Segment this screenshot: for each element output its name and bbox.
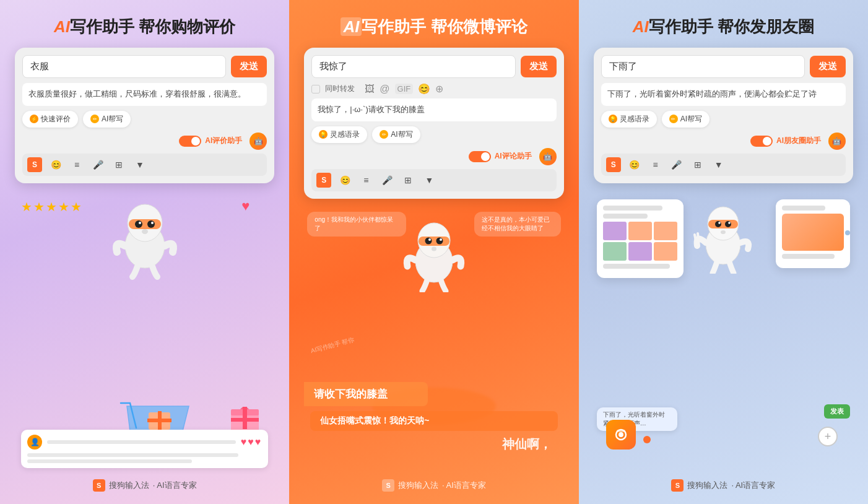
chat-bubble-1: ong！我和我的小伙伴都惊呆了 (307, 212, 406, 237)
kb-toolbar-3: S 😊 ≡ 🎤 ⊞ ▼ (601, 154, 846, 176)
card-cell-2 (628, 222, 652, 240)
input-row-1: 衣服 发送 (22, 55, 267, 78)
inspiration-btn-3[interactable]: 💡 灵感语录 (601, 111, 657, 128)
robot-avatar-1: 🤖 (250, 133, 267, 150)
search-input-3[interactable]: 下雨了 (601, 55, 805, 78)
svg-point-6 (151, 222, 154, 224)
send-button-2[interactable]: 发送 (521, 56, 557, 77)
robot-character-3 (692, 202, 754, 274)
ai-toggle-3[interactable] (750, 136, 773, 147)
illustration-2: ong！我和我的小伙伴都惊呆了 这不是真的，本小可爱已经不相信我的大眼睛了 请收… (304, 209, 563, 474)
card-grid (603, 222, 677, 261)
sogou-logo-1: S (93, 479, 105, 492)
grid-icon-1[interactable]: ⊞ (111, 157, 126, 172)
card-cell-6 (654, 242, 677, 261)
grid-icon-3[interactable]: ⊞ (690, 157, 705, 172)
svg-line-36 (698, 233, 698, 240)
robot-character-2 (400, 218, 468, 292)
review-hearts: ♥♥♥ (241, 437, 263, 448)
illustration-3: 下雨了，光听着窗外时 紧时疏的雨声… 发表 + (594, 193, 853, 474)
social-card-right-top (776, 199, 850, 268)
menu-icon-1[interactable]: ≡ (69, 157, 84, 172)
mic-icon-2[interactable]: 🎤 (380, 173, 394, 188)
review-card-1: 👤 ♥♥♥ (21, 430, 268, 468)
add-content-button[interactable]: + (818, 427, 838, 446)
svg-point-23 (436, 237, 443, 244)
sogou-icon-1[interactable]: S (27, 157, 42, 172)
keyboard-mock-2: 我惊了 发送 同时转发 🖼 @ GIF 😊 ⊕ 我惊了，|·ω·`)请收下我的膝… (304, 48, 563, 199)
menu-icon-3[interactable]: ≡ (648, 157, 663, 172)
card-cell-5 (628, 242, 652, 261)
quick-btns-2: 💡 灵感语录 ✏ AI帮写 (311, 126, 556, 143)
social-card-left (597, 199, 684, 278)
chevron-down-icon-2[interactable]: ▼ (422, 173, 436, 188)
sogou-icon-2[interactable]: S (316, 173, 331, 188)
inspiration-btn[interactable]: 💡 灵感语录 (311, 126, 367, 143)
chevron-down-icon-3[interactable]: ▼ (711, 157, 726, 172)
emoji-icon-3[interactable]: 😊 (627, 157, 642, 172)
output-text-1: 衣服质量很好，做工精细，尺码标准，穿着很舒服，很满意。 (22, 83, 267, 106)
quick-btns-1: ⚡ 快速评价 ✏ AI帮写 (22, 111, 267, 128)
ai-write-btn-2[interactable]: ✏ AI帮写 (372, 126, 420, 143)
mic-icon-1[interactable]: 🎤 (90, 157, 105, 172)
grid-icon-2[interactable]: ⊞ (401, 173, 415, 188)
emoji-icon-2[interactable]: 😊 (337, 173, 352, 188)
send-button-1[interactable]: 发送 (231, 56, 267, 77)
svg-point-22 (425, 237, 432, 244)
robot-avatar-3: 🤖 (828, 133, 846, 150)
illustration-1: ★★★★★ ♥ (15, 193, 274, 474)
sogou-logo-3: S (671, 479, 684, 492)
svg-rect-18 (231, 418, 259, 422)
image-icon[interactable]: 🖼 (365, 84, 375, 95)
search-input-1[interactable]: 衣服 (22, 55, 226, 78)
panel1-title: AI写作助手 帮你购物评价 (54, 17, 235, 37)
at-icon[interactable]: @ (380, 84, 389, 95)
review-icon: ⚡ (30, 115, 38, 123)
emoji-weibo-icon[interactable]: 😊 (418, 83, 430, 95)
card-cell-3 (654, 222, 677, 240)
output-text-3: 下雨了，光听着窗外时紧时疏的雨声，便满心都会贮足了诗 (601, 83, 846, 106)
sogou-icon-3[interactable]: S (606, 157, 621, 172)
svg-point-24 (428, 238, 431, 241)
kb-toolbar-2: S 😊 ≡ 🎤 ⊞ ▼ (311, 169, 556, 191)
panel2-title: AI写作助手 帮你微博评论 (341, 17, 527, 37)
weibo-checkbox[interactable] (311, 85, 320, 93)
quick-review-btn[interactable]: ⚡ 快速评价 (22, 111, 78, 128)
heart-float-1: ♥ (241, 198, 250, 214)
inspiration-icon-3: 💡 (609, 115, 617, 123)
ai-write-btn-1[interactable]: ✏ AI帮写 (83, 111, 131, 128)
send-button-3[interactable]: 发送 (810, 56, 846, 77)
plus-weibo-icon[interactable]: ⊕ (435, 83, 443, 95)
menu-icon-2[interactable]: ≡ (358, 173, 373, 188)
ai-badge-1: AI (54, 17, 70, 36)
mic-icon-3[interactable]: 🎤 (669, 157, 684, 172)
chevron-down-icon-1[interactable]: ▼ (132, 157, 147, 172)
input-row-2: 我惊了 发送 (311, 55, 556, 78)
post-button[interactable]: 发表 (824, 404, 850, 419)
svg-rect-29 (708, 220, 738, 228)
user-avatar-1: 👤 (27, 435, 42, 450)
ai-write-icon-2: ✏ (380, 130, 388, 139)
svg-point-31 (725, 221, 731, 227)
svg-point-4 (147, 220, 155, 228)
svg-point-34 (721, 230, 726, 234)
inspiration-icon: 💡 (319, 130, 328, 139)
panel3-title: AI写作助手 帮你发朋友圈 (633, 17, 814, 37)
card-image-large (782, 214, 844, 251)
gif-icon[interactable]: GIF (395, 84, 414, 94)
ai-toggle-1[interactable] (179, 136, 201, 147)
ribbon-1: 请收下我的膝盖 (304, 382, 428, 406)
svg-point-5 (139, 222, 141, 224)
robot-avatar-2: 🤖 (539, 148, 557, 165)
input-row-3: 下雨了 发送 (601, 55, 846, 78)
search-input-2[interactable]: 我惊了 (311, 55, 515, 78)
dot-decoration-1 (643, 436, 651, 443)
ribbon-2: 仙女捂嘴式震惊！我的天呐~ (310, 411, 557, 431)
emoji-icon-1[interactable]: 😊 (48, 157, 63, 172)
svg-point-25 (440, 238, 442, 241)
svg-point-38 (618, 432, 623, 437)
ai-write-btn-3[interactable]: ✏ AI帮写 (662, 111, 710, 128)
panel3-footer: S 搜狗输入法 · AI语言专家 (671, 479, 775, 492)
ai-toggle-2[interactable] (469, 151, 491, 162)
panel1-footer: S 搜狗输入法 · AI语言专家 (93, 479, 197, 492)
